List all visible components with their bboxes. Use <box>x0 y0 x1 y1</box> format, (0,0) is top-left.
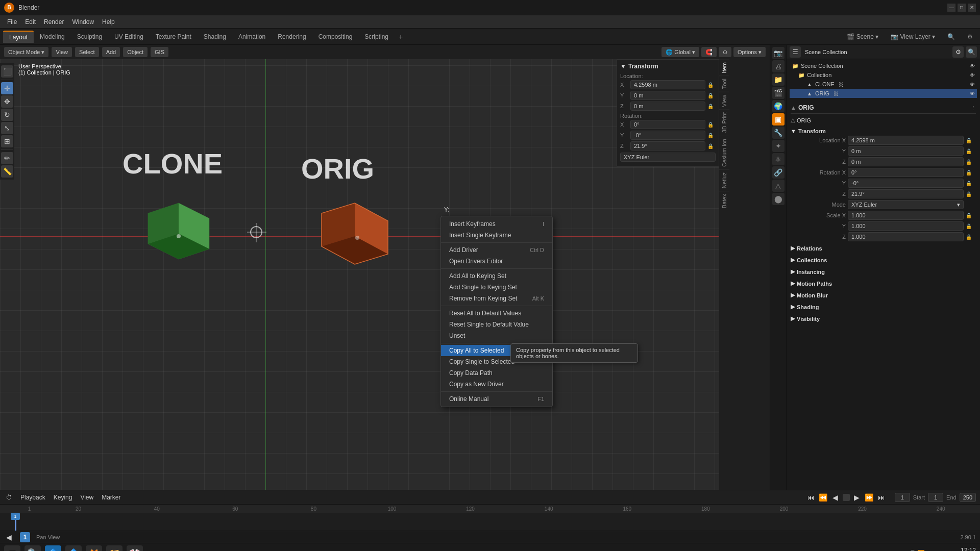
props-sidebar-menu[interactable]: ☰ <box>790 46 801 58</box>
props-icon-material[interactable]: ⬤ <box>772 193 785 205</box>
timeline-marker-menu[interactable]: Marker <box>100 493 122 502</box>
props-icon-constraints[interactable]: 🔗 <box>772 166 785 179</box>
red-cube[interactable] <box>316 198 393 269</box>
location-z-lock[interactable]: 🔒 <box>705 104 716 109</box>
ctx-reset-all-default[interactable]: Reset All to Default Values <box>441 308 552 319</box>
ctx-open-drivers-editor[interactable]: Open Drivers Editor <box>441 256 552 267</box>
props-visibility-header[interactable]: ▶ Visibility <box>791 314 976 323</box>
rotation-y-value[interactable]: -0° <box>630 131 705 140</box>
props-icon-object[interactable]: ▣ <box>772 113 785 126</box>
props-mode-dropdown[interactable]: XYZ Euler ▾ <box>848 200 964 209</box>
ctx-reset-single-default[interactable]: Reset Single to Default Value <box>441 319 552 330</box>
scale-z-lock[interactable]: 🔒 <box>966 234 976 240</box>
scale-y-lock[interactable]: 🔒 <box>966 223 976 229</box>
ctx-online-manual[interactable]: Online ManualF1 <box>441 393 552 405</box>
timeline-view-menu[interactable]: View <box>78 493 95 502</box>
current-frame-field[interactable]: 1 <box>895 493 910 502</box>
tool-rotate[interactable]: ↻ <box>1 109 13 121</box>
props-loc-y[interactable]: 0 m <box>848 146 964 156</box>
start-frame-field[interactable]: 1 <box>928 493 943 502</box>
location-y-value[interactable]: 0 m <box>630 91 705 100</box>
taskbar-start[interactable]: ⊞ <box>4 545 20 552</box>
taskbar-blender2[interactable]: 🔷 <box>65 545 82 552</box>
tab-layout[interactable]: Layout <box>3 31 34 43</box>
rot-z-lock[interactable]: 🔒 <box>966 191 976 197</box>
menu-edit[interactable]: Edit <box>21 17 40 27</box>
props-transform-header[interactable]: ▼ Transform <box>791 127 976 136</box>
tab-shading[interactable]: Shading <box>198 31 232 42</box>
view-layer-selector[interactable]: 📷 View Layer ▾ <box>887 32 939 41</box>
ctx-copy-as-new-driver[interactable]: Copy as New Driver <box>441 379 552 390</box>
ctx-add-driver[interactable]: Add DriverCtrl D <box>441 244 552 256</box>
menu-window[interactable]: Window <box>68 17 98 27</box>
location-x-value[interactable]: 4.2598 m <box>630 80 705 89</box>
add-menu[interactable]: Add <box>102 47 120 57</box>
taskbar-browser[interactable]: 🦊 <box>86 545 102 552</box>
minimize-button[interactable]: — <box>947 4 955 12</box>
npanel-tab-item[interactable]: Item <box>719 59 729 76</box>
rot-x-lock[interactable]: 🔒 <box>966 170 976 176</box>
global-dropdown[interactable]: 🌐 Global ▾ <box>662 47 699 57</box>
play-button[interactable]: ▶ <box>852 492 862 503</box>
npanel-tab-cesium[interactable]: Cesium ion <box>719 136 729 169</box>
loc-x-lock[interactable]: 🔒 <box>966 138 976 143</box>
ctx-add-single-keying-set[interactable]: Add Single to Keying Set <box>441 282 552 293</box>
sc-orig[interactable]: ▲ ORIG ⛓ 👁 <box>790 89 977 98</box>
add-workspace-button[interactable]: + <box>395 31 407 43</box>
tool-cursor[interactable]: ✛ <box>1 82 13 94</box>
npanel-tab-batex[interactable]: Batex <box>719 191 729 211</box>
props-icon-output[interactable]: 🖨 <box>772 60 785 72</box>
npanel-tab-tool[interactable]: Tool <box>719 76 729 91</box>
props-icon-physics[interactable]: ⚛ <box>772 153 785 165</box>
sc-clone-visibility[interactable]: 👁 <box>970 82 975 87</box>
npanel-tab-netluz[interactable]: Netluz <box>719 169 729 191</box>
props-scale-y[interactable]: 1.000 <box>848 221 964 231</box>
tab-texture-paint[interactable]: Texture Paint <box>150 31 198 42</box>
tool-move[interactable]: ✥ <box>1 95 13 108</box>
props-icon-render[interactable]: 📷 <box>772 47 785 59</box>
location-x-lock[interactable]: 🔒 <box>705 82 716 88</box>
search-button[interactable]: 🔍 <box>943 32 959 41</box>
scale-x-lock[interactable]: 🔒 <box>966 213 976 218</box>
tab-uv-editing[interactable]: UV Editing <box>108 31 150 42</box>
npanel-tab-3dprint[interactable]: 3D-Print <box>719 109 729 135</box>
ctx-copy-data-path[interactable]: Copy Data Path <box>441 367 552 379</box>
scene-selector[interactable]: 🎬 Scene ▾ <box>843 32 883 41</box>
green-cube[interactable] <box>143 198 214 264</box>
props-relations-header[interactable]: ▶ Relations <box>791 243 976 253</box>
props-loc-x[interactable]: 4.2598 m <box>848 136 964 145</box>
loc-y-lock[interactable]: 🔒 <box>966 148 976 154</box>
props-motion-paths-header[interactable]: ▶ Motion Paths <box>791 279 976 288</box>
props-icon-data[interactable]: △ <box>772 180 785 192</box>
statusbar-toggle[interactable]: ◀ <box>4 532 14 542</box>
options-dropdown[interactable]: Options ▾ <box>733 47 766 57</box>
ctx-remove-from-keying-set[interactable]: Remove from Keying SetAlt K <box>441 293 552 304</box>
menu-file[interactable]: File <box>3 17 21 27</box>
props-shading-header[interactable]: ▶ Shading <box>791 302 976 312</box>
taskbar-search[interactable]: 🔍 <box>24 545 41 552</box>
props-instancing-header[interactable]: ▶ Instancing <box>791 267 976 277</box>
props-rot-z[interactable]: 21.9° <box>848 189 964 198</box>
location-y-lock[interactable]: 🔒 <box>705 93 716 98</box>
tool-measure[interactable]: 📏 <box>1 165 13 178</box>
rotation-z-lock[interactable]: 🔒 <box>705 143 716 149</box>
tool-scale[interactable]: ⤡ <box>1 122 13 134</box>
props-icon-world[interactable]: 🌍 <box>772 100 785 112</box>
view-menu[interactable]: View <box>52 47 72 57</box>
sc-orig-visibility[interactable]: 👁 <box>970 91 975 96</box>
props-icon-scene[interactable]: 🎬 <box>772 87 785 99</box>
maximize-button[interactable]: □ <box>958 4 966 12</box>
props-filter-button[interactable]: ⚙ <box>952 46 964 58</box>
menu-render[interactable]: Render <box>40 17 68 27</box>
tab-sculpting[interactable]: Sculpting <box>71 31 108 42</box>
props-scale-x[interactable]: 1.000 <box>848 211 964 220</box>
rot-y-lock[interactable]: 🔒 <box>966 181 976 186</box>
timeline-playback-menu[interactable]: Playback <box>18 493 47 502</box>
rotation-y-lock[interactable]: 🔒 <box>705 133 716 138</box>
filter-button[interactable]: ⚙ <box>963 32 977 41</box>
jump-to-end-button[interactable]: ⏭ <box>876 492 887 503</box>
sc-visibility-toggle[interactable]: 👁 <box>970 63 975 69</box>
props-loc-z[interactable]: 0 m <box>848 157 964 166</box>
euler-mode-dropdown[interactable]: XYZ Euler <box>620 153 716 162</box>
props-search-button[interactable]: 🔍 <box>966 46 977 58</box>
